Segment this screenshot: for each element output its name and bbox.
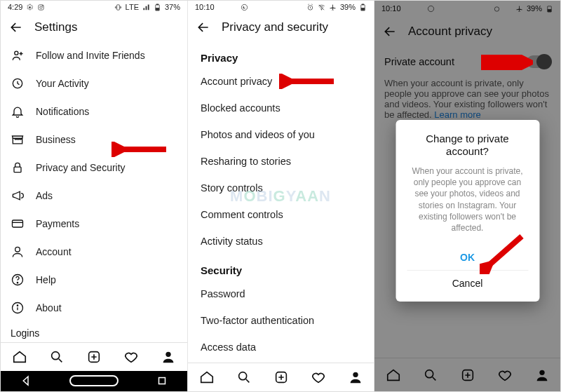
row-label: Blocked accounts bbox=[201, 102, 280, 114]
profile-icon[interactable] bbox=[161, 349, 176, 365]
page-title: Privacy and security bbox=[222, 20, 328, 34]
battery-icon bbox=[359, 4, 367, 11]
search-icon[interactable] bbox=[236, 370, 252, 385]
row-label: Password bbox=[201, 288, 245, 299]
row-label: Notifications bbox=[36, 106, 89, 117]
dialog-cancel-button[interactable]: Cancel bbox=[407, 270, 528, 296]
row-label: Resharing to stories bbox=[201, 156, 291, 167]
home-icon[interactable] bbox=[12, 349, 27, 365]
status-bar: 10:10 39% bbox=[188, 1, 374, 14]
add-friend-icon bbox=[11, 48, 25, 62]
status-battery: 39% bbox=[340, 3, 356, 11]
svg-point-16 bbox=[17, 305, 18, 306]
dialog-message: When your account is private, only peopl… bbox=[407, 165, 528, 234]
svg-rect-6 bbox=[156, 4, 158, 5]
svg-rect-20 bbox=[159, 378, 165, 384]
svg-point-30 bbox=[353, 372, 358, 377]
megaphone-icon bbox=[11, 189, 25, 203]
heart-icon[interactable] bbox=[311, 370, 326, 385]
row-label: Help bbox=[36, 274, 56, 285]
logins-label: Logins bbox=[1, 322, 187, 342]
recent-softkey[interactable] bbox=[156, 374, 168, 387]
clock-icon bbox=[11, 76, 25, 90]
storefront-icon bbox=[11, 133, 25, 147]
info-icon bbox=[11, 301, 25, 315]
settings-screen: 4:29 LTE 37% Settings Follow and Invite … bbox=[1, 1, 187, 391]
home-icon[interactable] bbox=[199, 370, 215, 385]
row-label: Photos and videos of you bbox=[201, 129, 315, 140]
page-title: Settings bbox=[34, 20, 77, 34]
status-time: 10:10 bbox=[195, 3, 215, 11]
row-label: About bbox=[36, 302, 62, 313]
svg-point-14 bbox=[17, 283, 18, 283]
status-net: LTE bbox=[126, 3, 139, 11]
help-icon bbox=[11, 273, 25, 287]
row-account-privacy[interactable]: Account privacy bbox=[188, 68, 374, 95]
row-help[interactable]: Help bbox=[1, 266, 187, 294]
status-bar: 4:29 LTE 37% bbox=[1, 1, 187, 14]
row-privacy-security[interactable]: Privacy and Security bbox=[1, 154, 187, 182]
svg-rect-7 bbox=[156, 8, 159, 10]
row-follow-invite[interactable]: Follow and Invite Friends bbox=[1, 41, 187, 69]
row-activity-status[interactable]: Activity status bbox=[188, 228, 374, 255]
app-icon bbox=[37, 4, 45, 11]
whatsapp-icon bbox=[241, 4, 248, 11]
dialog-title: Change to private account? bbox=[407, 132, 528, 158]
card-icon bbox=[11, 217, 25, 231]
svg-point-28 bbox=[238, 372, 246, 379]
dialog-ok-button[interactable]: OK bbox=[407, 245, 528, 270]
row-label: Privacy and Security bbox=[36, 162, 126, 173]
svg-rect-11 bbox=[13, 220, 23, 227]
row-notifications[interactable]: Notifications bbox=[1, 97, 187, 126]
bottom-nav bbox=[1, 342, 187, 371]
row-blocked-accounts[interactable]: Blocked accounts bbox=[188, 95, 374, 121]
row-label: Business bbox=[36, 134, 76, 145]
row-access-data[interactable]: Access data bbox=[188, 334, 374, 360]
row-payments[interactable]: Payments bbox=[1, 210, 187, 238]
confirm-dialog: Change to private account? When your acc… bbox=[396, 119, 539, 302]
svg-rect-27 bbox=[361, 8, 365, 10]
bottom-nav bbox=[188, 363, 374, 391]
header: Privacy and security bbox=[188, 14, 374, 41]
profile-icon[interactable] bbox=[348, 370, 363, 385]
status-time: 4:29 bbox=[8, 3, 22, 11]
user-icon bbox=[11, 245, 25, 259]
settings-list: Follow and Invite Friends Your Activity … bbox=[1, 40, 187, 342]
add-post-icon[interactable] bbox=[273, 370, 289, 385]
row-resharing[interactable]: Resharing to stories bbox=[188, 148, 374, 175]
back-softkey[interactable] bbox=[20, 374, 32, 387]
svg-point-0 bbox=[29, 6, 32, 8]
row-label: Activity status bbox=[201, 236, 263, 247]
alarm-icon bbox=[306, 4, 314, 11]
back-icon[interactable] bbox=[9, 20, 23, 34]
row-ads[interactable]: Ads bbox=[1, 182, 187, 210]
row-account[interactable]: Account bbox=[1, 238, 187, 266]
row-label: Account privacy bbox=[201, 76, 272, 87]
svg-rect-26 bbox=[362, 4, 364, 5]
row-label: Access data bbox=[201, 342, 256, 353]
download-icon bbox=[229, 4, 237, 11]
vibrate-icon bbox=[114, 4, 122, 11]
back-icon[interactable] bbox=[196, 20, 210, 34]
row-photos-of-you[interactable]: Photos and videos of you bbox=[188, 121, 374, 148]
home-softkey[interactable] bbox=[69, 375, 119, 386]
section-security: Security bbox=[188, 255, 374, 281]
row-activity[interactable]: Your Activity bbox=[1, 69, 187, 97]
header: Settings bbox=[1, 14, 187, 41]
watermark: MOBIGYAAN bbox=[230, 187, 331, 205]
row-password[interactable]: Password bbox=[188, 281, 374, 307]
add-post-icon[interactable] bbox=[86, 349, 102, 365]
svg-point-12 bbox=[15, 248, 20, 252]
row-2fa[interactable]: Two-factor authentication bbox=[188, 307, 374, 334]
search-icon[interactable] bbox=[49, 349, 65, 365]
svg-point-22 bbox=[241, 4, 247, 10]
svg-rect-4 bbox=[116, 5, 119, 10]
row-business[interactable]: Business bbox=[1, 126, 187, 154]
bell-icon bbox=[11, 104, 25, 119]
row-label: Payments bbox=[36, 218, 79, 229]
row-about[interactable]: About bbox=[1, 294, 187, 322]
svg-point-3 bbox=[43, 6, 43, 6]
heart-icon[interactable] bbox=[123, 349, 139, 365]
row-label: Comment controls bbox=[201, 209, 283, 220]
battery-icon bbox=[154, 4, 161, 11]
